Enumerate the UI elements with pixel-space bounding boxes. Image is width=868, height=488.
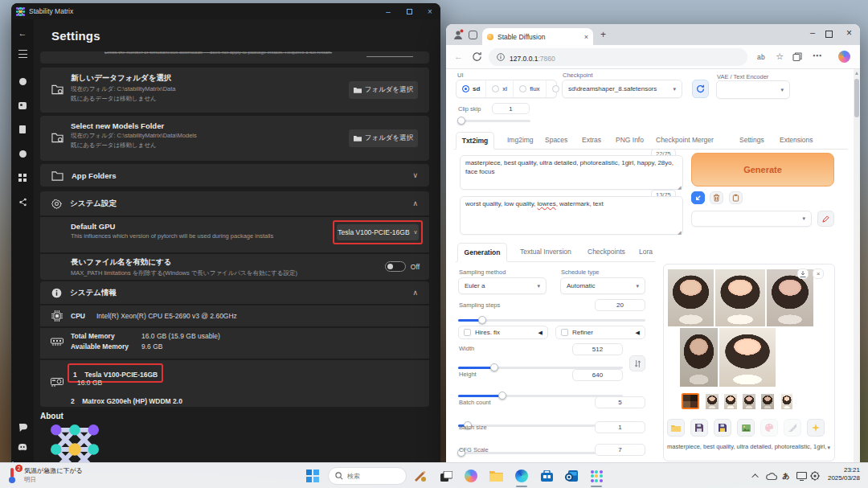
sampling-method-dropdown[interactable]: Euler a ▾	[458, 277, 547, 294]
tab-spaces[interactable]: Spaces	[543, 136, 569, 144]
generated-image-5[interactable]	[719, 328, 776, 387]
tray-expand-icon[interactable]	[751, 467, 762, 485]
ui-radio-xl[interactable]: xl	[486, 80, 514, 97]
open-folder-button[interactable]	[667, 419, 685, 437]
send-to-img2img-button[interactable]	[737, 419, 755, 437]
page-scrollbar[interactable]	[854, 69, 860, 462]
sm-nav-launch-icon[interactable]	[11, 72, 34, 90]
send-to-extras-button[interactable]	[784, 419, 801, 437]
swap-dimensions-button[interactable]	[629, 355, 645, 371]
vae-dropdown[interactable]: ▾	[716, 80, 790, 99]
schedule-type-dropdown[interactable]: Automatic ▾	[560, 277, 645, 294]
sm-select-data-folder-button[interactable]: フォルダを選択	[349, 81, 418, 99]
address-bar[interactable]: 127.0.0.1:7860	[489, 48, 747, 66]
tab-close-icon[interactable]: ×	[584, 33, 588, 41]
tab-generation[interactable]: Generation	[457, 243, 507, 262]
tab-lora[interactable]: Lora	[637, 248, 654, 256]
onedrive-tray-icon[interactable]	[765, 467, 778, 485]
tab-png-info[interactable]: PNG Info	[614, 136, 645, 144]
sm-nav-checkpoints-icon[interactable]	[11, 96, 34, 114]
paste-generation-params-button[interactable]	[691, 191, 705, 204]
copilot-taskbar-icon[interactable]	[462, 467, 480, 485]
save-image-button[interactable]	[690, 419, 708, 437]
sm-system-info-header[interactable]: システム情報 ∧	[40, 281, 429, 304]
start-button[interactable]	[304, 467, 321, 485]
collections-icon[interactable]	[792, 52, 802, 62]
browser-close-button[interactable]: ×	[846, 27, 852, 39]
cfg-scale-input[interactable]: 7	[595, 444, 645, 456]
copilot-icon[interactable]	[838, 51, 850, 63]
outlook-icon[interactable]	[563, 467, 580, 485]
browser-maximize-button[interactable]	[825, 31, 833, 38]
generate-button[interactable]: Generate	[691, 153, 834, 187]
sm-default-gpu-dropdown[interactable]: Tesla V100-PCIE-16GB∨	[337, 224, 419, 240]
sm-close-button[interactable]: ×	[420, 3, 440, 19]
sm-long-paths-toggle[interactable]	[385, 261, 406, 272]
stability-matrix-taskbar-icon[interactable]	[588, 467, 605, 485]
refiner-section[interactable]: Refiner ◀	[555, 326, 645, 339]
gallery-thumbnail[interactable]	[743, 394, 755, 409]
tab-checkpoint-merger[interactable]: Checkpoint Merger	[654, 136, 715, 144]
gallery-thumbnail[interactable]	[724, 394, 737, 409]
sampling-steps-input[interactable]: 20	[595, 299, 645, 311]
browser-workspaces-icon[interactable]	[469, 31, 477, 39]
extra-action-button[interactable]	[807, 419, 825, 437]
resize-handle-icon[interactable]: ◢	[678, 184, 682, 190]
task-view-icon[interactable]	[437, 467, 455, 485]
sampling-steps-slider[interactable]	[458, 319, 645, 322]
refiner-checkbox[interactable]	[561, 329, 568, 336]
taskbar-search[interactable]	[328, 467, 407, 485]
taskbar-pinned-tools-icon[interactable]	[411, 467, 429, 485]
display-tray-icon[interactable]	[794, 467, 809, 485]
browser-refresh-icon[interactable]	[472, 51, 482, 62]
styles-dropdown[interactable]: ▾	[691, 211, 812, 227]
ui-radio-sd[interactable]: sd	[457, 80, 486, 97]
browser-profile-icon[interactable]	[452, 29, 464, 40]
gallery-thumbnail[interactable]	[706, 394, 719, 409]
apply-styles-button[interactable]	[729, 191, 743, 204]
sm-select-models-folder-button[interactable]: フォルダを選択	[349, 129, 418, 147]
taskbar-clock[interactable]: 23:21 2025/03/28	[828, 466, 860, 482]
sm-nav-packages-icon[interactable]	[11, 121, 34, 138]
favorite-star-icon[interactable]: ☆	[776, 51, 784, 62]
accordion-arrow-icon[interactable]: ◀	[538, 330, 542, 336]
generated-image-1[interactable]	[668, 269, 714, 326]
scrollbar-up-arrow[interactable]	[855, 72, 858, 75]
batch-count-input[interactable]: 5	[595, 396, 645, 408]
tab-settings[interactable]: Settings	[738, 136, 766, 144]
taskbar-weather-widget[interactable]: 2 気温が急激に下がる 明日	[6, 466, 83, 484]
checkpoint-refresh-button[interactable]	[692, 80, 709, 98]
edit-styles-button[interactable]	[817, 211, 834, 227]
new-tab-button[interactable]: +	[600, 29, 606, 40]
read-aloud-icon[interactable]: ab	[757, 53, 765, 61]
settings-tray-icon[interactable]	[809, 467, 821, 485]
gallery-thumbnail[interactable]	[781, 394, 792, 409]
browser-menu-icon[interactable]: ⋯	[813, 51, 821, 61]
sm-back-button[interactable]: ←	[11, 24, 34, 42]
hires-fix-section[interactable]: Hires. fix ◀	[458, 326, 548, 339]
ime-indicator[interactable]: あ	[780, 467, 792, 485]
sm-discord-icon[interactable]	[11, 438, 34, 456]
browser-tab[interactable]: Stable Diffusion ×	[482, 28, 593, 45]
send-to-inpaint-button[interactable]	[760, 419, 778, 437]
negative-prompt-textarea[interactable]: worst quality, low quality, lowres, wate…	[460, 196, 683, 235]
sm-nav-workflows-icon[interactable]	[11, 193, 34, 211]
search-input[interactable]	[347, 473, 395, 480]
gallery-thumbnail[interactable]	[761, 394, 774, 409]
sm-nav-output-browser-icon[interactable]	[11, 169, 34, 187]
sm-clipped-setting-row[interactable]: Limits the number of simultaneous downlo…	[40, 51, 429, 64]
site-info-icon[interactable]	[497, 53, 505, 61]
sm-menu-icon[interactable]	[11, 45, 34, 63]
clip-skip-slider[interactable]	[458, 120, 530, 122]
prompt-textarea[interactable]: masterpiece, best quality, ultra detaile…	[460, 155, 683, 190]
caret-down-icon[interactable]: ▾	[827, 445, 830, 451]
width-input[interactable]: 512	[572, 343, 623, 355]
tab-img2img[interactable]: Img2img	[506, 136, 535, 144]
checkpoint-dropdown[interactable]: sd\dreamshaper_8.safetensors ▾	[562, 80, 682, 98]
microsoft-store-icon[interactable]	[538, 467, 555, 485]
accordion-arrow-icon[interactable]: ◀	[636, 330, 640, 336]
save-zip-button[interactable]	[714, 419, 731, 437]
gallery-thumbnail-selected[interactable]	[682, 393, 699, 409]
gallery-download-button[interactable]	[797, 269, 809, 279]
generated-image-4[interactable]	[680, 328, 718, 387]
